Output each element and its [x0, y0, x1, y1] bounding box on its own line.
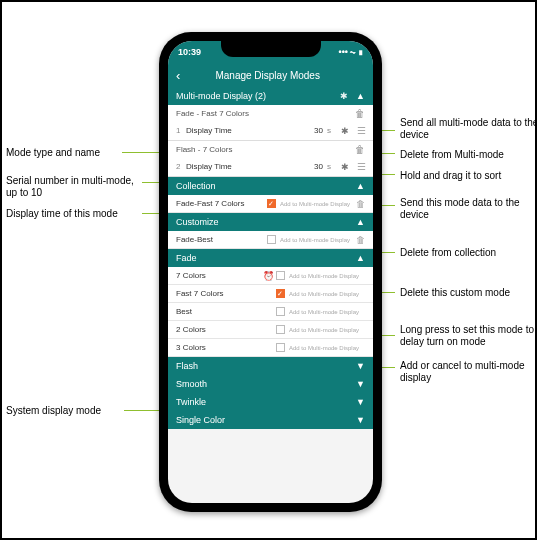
add-label: Add to Multi-mode Display	[289, 345, 359, 351]
smooth-header[interactable]: Smooth ▼	[168, 375, 373, 393]
collection-title: Collection	[176, 181, 216, 191]
delete-multi-mode-icon[interactable]: 🗑	[355, 108, 365, 119]
annotation-longpress: Long press to set this mode to delay tur…	[400, 324, 537, 347]
serial-number: 1	[176, 126, 186, 135]
mode-name: 7 Colors	[176, 271, 206, 280]
annotation-delete-mm: Delete from Multi-mode	[400, 149, 504, 161]
single-color-header[interactable]: Single Color ▼	[168, 411, 373, 429]
chevron-up-icon[interactable]: ▲	[356, 181, 365, 191]
annotation-mode-type: Mode type and name	[6, 147, 100, 159]
display-time-value[interactable]: 30	[314, 162, 323, 171]
flash-header[interactable]: Flash ▼	[168, 357, 373, 375]
delete-collection-icon[interactable]: 🗑	[356, 199, 365, 209]
add-label: Add to Multi-mode Display	[280, 201, 350, 207]
bluetooth-send-icon[interactable]: ✱	[341, 126, 349, 136]
group-title: Twinkle	[176, 397, 206, 407]
add-to-multimode-checkbox[interactable]	[276, 325, 285, 334]
mode-row[interactable]: 7 Colors ⏰ Add to Multi-mode Display	[168, 267, 373, 285]
bluetooth-send-all-icon[interactable]: ✱	[340, 91, 348, 101]
multi-mode-item: Fade - Fast 7 Colors 🗑 1 Display Time 30…	[168, 105, 373, 141]
collection-item[interactable]: Fade-Fast 7 Colors ✓ Add to Multi-mode D…	[168, 195, 373, 213]
display-time-unit: s	[327, 162, 331, 171]
group-title: Flash	[176, 361, 198, 371]
annotation-send-one: Send this mode data to the device	[400, 197, 537, 220]
drag-handle-icon[interactable]: ☰	[357, 161, 365, 172]
display-time-unit: s	[327, 126, 331, 135]
multi-mode-item: Flash - 7 Colors 🗑 2 Display Time 30 s ✱…	[168, 141, 373, 177]
customize-item-name: Fade-Best	[176, 235, 213, 244]
add-label: Add to Multi-mode Display	[280, 237, 350, 243]
mode-name: Fade - Fast 7 Colors	[176, 109, 249, 118]
chevron-up-icon[interactable]: ▲	[356, 217, 365, 227]
mode-name: Flash - 7 Colors	[176, 145, 232, 154]
add-label: Add to Multi-mode Display	[289, 327, 359, 333]
mode-row[interactable]: Fast 7 Colors ✓ Add to Multi-mode Displa…	[168, 285, 373, 303]
phone-frame: 10:39 ••• ⏦ ▮ ‹ Manage Display Modes Mul…	[159, 32, 382, 512]
collection-header[interactable]: Collection ▲	[168, 177, 373, 195]
mode-row[interactable]: 3 Colors Add to Multi-mode Display	[168, 339, 373, 357]
chevron-down-icon[interactable]: ▼	[356, 415, 365, 425]
page-title: Manage Display Modes	[198, 70, 337, 81]
annotation-send-all: Send all multi-mode data to the device	[400, 117, 537, 140]
chevron-up-icon[interactable]: ▲	[356, 253, 365, 263]
display-time-label: Display Time	[186, 162, 232, 171]
drag-handle-icon[interactable]: ☰	[357, 125, 365, 136]
annotation-display-time: Display time of this mode	[6, 208, 146, 220]
collection-item-name: Fade-Fast 7 Colors	[176, 199, 244, 208]
content-scroll[interactable]: Multi-mode Display (2) ✱ ▲ Fade - Fast 7…	[168, 87, 373, 503]
bluetooth-send-icon[interactable]: ✱	[341, 162, 349, 172]
group-title: Fade	[176, 253, 197, 263]
multi-mode-header[interactable]: Multi-mode Display (2) ✱ ▲	[168, 87, 373, 105]
serial-number: 2	[176, 162, 186, 171]
phone-notch	[221, 41, 321, 57]
status-icons: ••• ⏦ ▮	[339, 47, 363, 57]
add-to-multimode-checkbox[interactable]	[267, 235, 276, 244]
add-to-multimode-checkbox[interactable]: ✓	[267, 199, 276, 208]
mode-name: 3 Colors	[176, 343, 206, 352]
app-header: ‹ Manage Display Modes	[168, 63, 373, 87]
add-label: Add to Multi-mode Display	[289, 309, 359, 315]
chevron-down-icon[interactable]: ▼	[356, 361, 365, 371]
annotation-add-cancel: Add or cancel to multi-mode display	[400, 360, 537, 383]
mode-row[interactable]: Best Add to Multi-mode Display	[168, 303, 373, 321]
status-time: 10:39	[178, 47, 201, 57]
mode-name: Best	[176, 307, 192, 316]
delete-multi-mode-icon[interactable]: 🗑	[355, 144, 365, 155]
delete-custom-icon[interactable]: 🗑	[356, 235, 365, 245]
annotation-delete-coll: Delete from collection	[400, 247, 496, 259]
chevron-up-icon[interactable]: ▲	[356, 91, 365, 101]
back-button[interactable]: ‹	[176, 68, 180, 83]
multi-mode-title: Multi-mode Display (2)	[176, 91, 266, 101]
fade-header[interactable]: Fade ▲	[168, 249, 373, 267]
alarm-icon[interactable]: ⏰	[263, 271, 274, 281]
customize-title: Customize	[176, 217, 219, 227]
display-time-value[interactable]: 30	[314, 126, 323, 135]
group-title: Smooth	[176, 379, 207, 389]
group-title: Single Color	[176, 415, 225, 425]
chevron-down-icon[interactable]: ▼	[356, 379, 365, 389]
annotation-serial: Serial number in multi-mode, up to 10	[6, 175, 146, 198]
chevron-down-icon[interactable]: ▼	[356, 397, 365, 407]
customize-header[interactable]: Customize ▲	[168, 213, 373, 231]
add-to-multimode-checkbox[interactable]: ✓	[276, 289, 285, 298]
annotation-system-mode: System display mode	[6, 405, 101, 417]
add-label: Add to Multi-mode Display	[289, 273, 359, 279]
display-time-label: Display Time	[186, 126, 232, 135]
mode-row[interactable]: 2 Colors Add to Multi-mode Display	[168, 321, 373, 339]
twinkle-header[interactable]: Twinkle ▼	[168, 393, 373, 411]
annotation-delete-custom: Delete this custom mode	[400, 287, 510, 299]
mode-name: 2 Colors	[176, 325, 206, 334]
phone-screen: 10:39 ••• ⏦ ▮ ‹ Manage Display Modes Mul…	[168, 41, 373, 503]
add-to-multimode-checkbox[interactable]	[276, 307, 285, 316]
customize-item[interactable]: Fade-Best Add to Multi-mode Display 🗑	[168, 231, 373, 249]
add-to-multimode-checkbox[interactable]	[276, 343, 285, 352]
add-to-multimode-checkbox[interactable]	[276, 271, 285, 280]
add-label: Add to Multi-mode Display	[289, 291, 359, 297]
annotation-drag-sort: Hold and drag it to sort	[400, 170, 501, 182]
mode-name: Fast 7 Colors	[176, 289, 224, 298]
